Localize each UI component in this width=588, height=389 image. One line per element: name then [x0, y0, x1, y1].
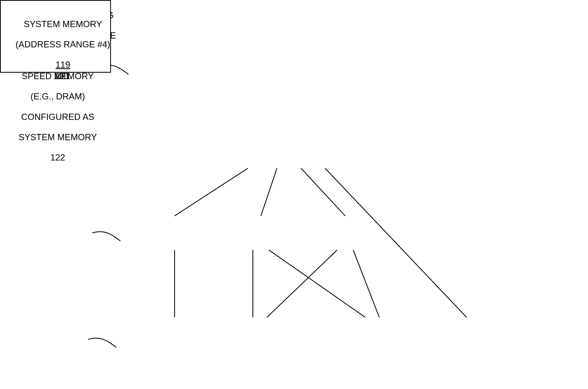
svg-line-6: [269, 250, 365, 317]
svg-line-2: [301, 168, 345, 216]
svg-line-8: [353, 250, 379, 317]
svg-line-3: [325, 168, 467, 317]
sysmem-119-box: SYSTEM MEMORY (ADDRESS RANGE #4) 119: [0, 0, 111, 73]
svg-line-0: [175, 168, 248, 216]
diagram-canvas: INTERNAL PROCESSOR CACHES (E.G., SRAM) 1…: [0, 0, 588, 389]
svg-line-1: [261, 168, 277, 216]
svg-line-7: [267, 250, 337, 317]
